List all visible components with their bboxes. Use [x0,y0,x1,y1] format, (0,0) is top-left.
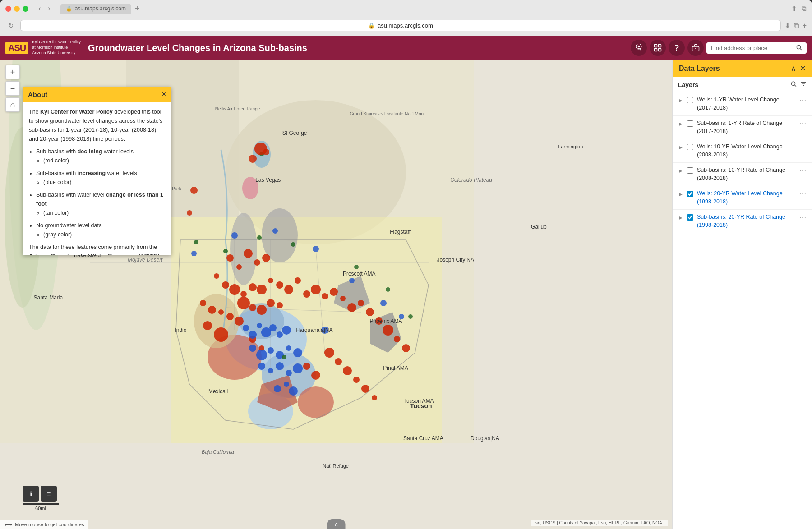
svg-point-99 [268,368,273,373]
info-icon-button[interactable]: ℹ [23,486,39,502]
layer-more-button-6[interactable]: ··· [799,213,807,221]
svg-point-112 [399,314,404,319]
layer-name-1: Wells: 1-YR Water Level Change (2017-201… [697,96,796,112]
search-submit-button[interactable] [796,44,802,52]
collapse-panel-button[interactable]: ∧ [791,64,796,73]
layer-checkbox-1[interactable] [687,97,693,103]
svg-point-76 [311,371,320,380]
minimize-dot[interactable] [14,6,20,12]
svg-point-94 [268,347,274,354]
layer-expand-3[interactable]: ▶ [678,144,683,151]
asu-logo: ASU [5,42,28,54]
svg-point-38 [222,281,229,289]
layer-checkbox-6[interactable] [687,214,693,221]
svg-point-84 [187,210,192,216]
svg-point-42 [257,285,267,294]
list-item: No groundwater level data (gray color) [36,221,165,239]
layer-checkbox-2[interactable] [687,120,693,127]
layer-more-button-5[interactable]: ··· [799,190,807,198]
svg-point-36 [262,254,270,262]
svg-point-55 [200,300,206,306]
reload-button[interactable]: ↻ [5,21,17,31]
svg-point-111 [380,300,387,306]
svg-point-123 [254,143,267,155]
close-panel-button[interactable]: ✕ [800,64,806,73]
svg-point-79 [214,327,228,342]
scroll-indicator[interactable]: ∧ [327,519,346,529]
briefcase-icon-button[interactable] [687,40,704,56]
svg-point-113 [321,327,328,334]
scale-label: 60mi [23,506,59,511]
svg-point-33 [236,264,242,270]
svg-point-98 [258,363,265,370]
search-layers-button[interactable] [790,81,797,88]
list-icon-button[interactable]: ≡ [41,486,57,502]
svg-point-65 [375,317,383,325]
layer-item-5: ▶ Wells: 20-YR Water Level Change (1998-… [673,186,812,210]
layer-name-2: Sub-basins: 1-YR Rate of Change (2017-20… [697,120,796,135]
svg-point-52 [218,309,224,315]
svg-point-69 [324,348,334,358]
layers-toolbar: Layers [673,77,812,92]
svg-point-104 [284,382,289,387]
layer-expand-5[interactable]: ▶ [678,191,683,198]
map-area[interactable]: + − ⌂ About × The Kyl Center for Water P… [0,60,672,529]
new-window-button[interactable]: ⧉ [794,22,799,30]
svg-point-102 [293,363,303,373]
layer-item-3: ▶ Wells: 10-YR Water Level Change (2008-… [673,139,812,163]
svg-point-50 [267,299,275,307]
download-button[interactable]: ⬇ [784,21,790,30]
forward-button[interactable]: › [45,4,53,14]
svg-point-87 [257,323,262,328]
add-bookmark-button[interactable]: + [803,22,807,30]
layer-expand-2[interactable]: ▶ [678,120,683,127]
page-title: Groundwater Level Changes in Arizona Sub… [88,43,623,53]
svg-point-91 [282,326,291,335]
back-button[interactable]: ‹ [36,4,43,14]
svg-point-117 [291,242,295,247]
layer-checkbox-5[interactable] [687,191,693,197]
about-panel-close-button[interactable]: × [162,90,166,98]
about-panel-header: About × [23,87,171,102]
layer-expand-4[interactable]: ▶ [678,167,683,174]
layer-more-button-4[interactable]: ··· [799,166,807,175]
layer-more-button-1[interactable]: ··· [799,96,807,104]
zoom-out-button[interactable]: − [5,81,20,96]
asu-logo-area: ASU Kyl Center for Water Policy at Morri… [5,40,81,55]
layer-item-4: ▶ Sub-basins: 10-YR Rate of Change (2008… [673,163,812,186]
svg-point-51 [277,302,283,308]
puzzle-icon-button[interactable] [650,40,666,56]
svg-point-80 [203,321,212,330]
browser-tab[interactable]: 🔒 asu.maps.arcgis.com [60,4,131,14]
layer-expand-6[interactable]: ▶ [678,214,683,221]
layer-checkbox-3[interactable] [687,144,693,150]
coordinates-label: Move mouse to get coordinates [15,522,84,527]
layer-expand-1[interactable]: ▶ [678,97,683,104]
svg-point-53 [226,313,234,320]
layer-checkbox-4[interactable] [687,167,693,174]
svg-point-75 [303,363,310,370]
filter-layers-button[interactable] [800,81,807,88]
search-bar[interactable] [706,42,807,54]
new-tab-button[interactable]: + [135,4,140,14]
svg-point-108 [272,228,278,234]
share-button[interactable]: ⬆ [791,5,797,13]
windows-button[interactable]: ⧉ [802,5,807,13]
address-bar[interactable]: 🔒 asu.maps.arcgis.com [20,20,781,31]
maximize-dot[interactable] [23,6,28,12]
svg-point-92 [249,345,256,352]
svg-point-114 [194,240,198,244]
help-icon-button[interactable]: ? [669,40,685,56]
layer-more-button-2[interactable]: ··· [799,120,807,128]
home-button[interactable]: ⌂ [5,97,20,112]
zoom-in-button[interactable]: + [5,65,20,79]
svg-point-32 [226,254,234,262]
svg-point-26 [298,386,334,418]
svg-point-0 [638,46,640,48]
share-icon-button[interactable] [631,40,647,56]
search-input[interactable] [711,45,792,51]
about-panel: About × The Kyl Center for Water Policy … [23,87,171,255]
layer-item-2: ▶ Sub-basins: 1-YR Rate of Change (2017-… [673,116,812,139]
layer-more-button-3[interactable]: ··· [799,143,807,151]
close-dot[interactable] [5,6,11,12]
